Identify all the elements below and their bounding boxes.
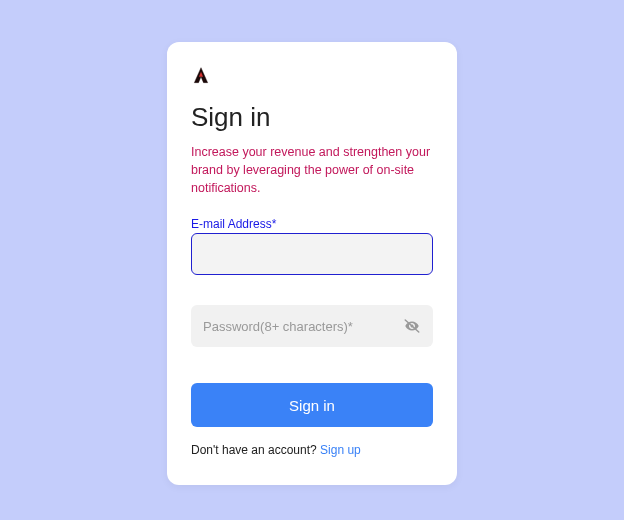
email-label: E-mail Address* [191,217,433,231]
signup-prompt: Don't have an account? [191,443,320,457]
password-input[interactable] [191,305,433,347]
eye-off-icon[interactable] [403,317,421,335]
signup-row: Don't have an account? Sign up [191,443,433,457]
email-input[interactable] [191,233,433,275]
page-subtitle: Increase your revenue and strengthen you… [191,143,433,197]
brand-logo [191,66,211,86]
password-field-wrapper [191,305,433,347]
signin-card: Sign in Increase your revenue and streng… [167,42,457,485]
signup-link[interactable]: Sign up [320,443,361,457]
page-title: Sign in [191,102,433,133]
signin-button[interactable]: Sign in [191,383,433,427]
